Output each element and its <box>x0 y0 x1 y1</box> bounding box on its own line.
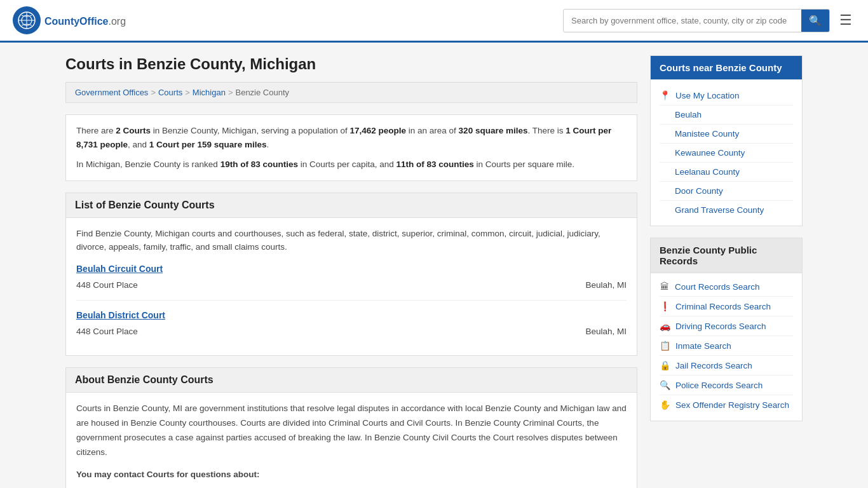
logo-icon <box>13 6 41 34</box>
location-pin-icon: 📍 <box>660 90 670 100</box>
leelanau-county-link[interactable]: Leelanau County <box>675 167 740 177</box>
grand-traverse-county-link[interactable]: Grand Traverse County <box>675 205 764 215</box>
breadcrumb-item-government-offices[interactable]: Government Offices <box>75 88 148 97</box>
criminal-records-search-link[interactable]: Criminal Records Search <box>675 302 771 311</box>
use-my-location-link[interactable]: Use My Location <box>675 91 740 100</box>
sidebar-nearby-header: Courts near Benzie County <box>651 56 802 79</box>
breadcrumb: Government Offices > Courts > Michigan >… <box>65 82 637 103</box>
sidebar-nearby-manistee[interactable]: Manistee County <box>660 125 793 144</box>
breadcrumb-sep-3: > <box>228 88 233 97</box>
logo[interactable]: CountyOffice.org <box>13 6 126 34</box>
menu-icon[interactable]: ☰ <box>836 9 855 32</box>
sidebar-records-inmate[interactable]: 📋 Inmate Search <box>660 336 793 356</box>
sidebar-records-driving[interactable]: 🚗 Driving Records Search <box>660 316 793 336</box>
search-input[interactable] <box>564 11 801 30</box>
jail-records-search-link[interactable]: Jail Records Search <box>675 361 752 370</box>
sidebar-nearby-body: 📍 Use My Location Beulah Manistee County… <box>651 79 802 226</box>
header-right: 🔍 ☰ <box>563 9 855 32</box>
main-content: Courts in Benzie County, Michigan Govern… <box>65 55 637 488</box>
court-records-icon: 🏛 <box>660 281 670 292</box>
door-county-link[interactable]: Door County <box>675 186 723 196</box>
sidebar-nearby-kewaunee[interactable]: Kewaunee County <box>660 144 793 163</box>
kewaunee-county-link[interactable]: Kewaunee County <box>675 148 745 158</box>
court-address-beulah-district: 448 Court Place <box>76 325 138 339</box>
court-city-beulah-district: Beulah, MI <box>585 325 627 339</box>
jail-records-icon: 🔒 <box>660 360 670 370</box>
about-paragraph: Courts in Benzie County, MI are governme… <box>76 402 627 460</box>
list-section-body: Find Benzie County, Michigan courts and … <box>65 217 637 356</box>
about-section-header: About Benzie County Courts <box>65 367 637 392</box>
sidebar-records-header: Benzie County Public Records <box>650 238 803 273</box>
breadcrumb-sep-2: > <box>185 88 190 97</box>
info-paragraph-1: There are 2 Courts in Benzie County, Mic… <box>76 124 627 151</box>
court-records-search-link[interactable]: Court Records Search <box>675 282 760 292</box>
beulah-link[interactable]: Beulah <box>675 110 702 119</box>
inmate-search-link[interactable]: Inmate Search <box>675 341 731 351</box>
sidebar-records-court[interactable]: 🏛 Court Records Search <box>660 277 793 297</box>
page-title: Courts in Benzie County, Michigan <box>65 55 637 73</box>
inmate-search-icon: 📋 <box>660 341 670 351</box>
breadcrumb-item-courts[interactable]: Courts <box>158 88 182 97</box>
search-bar: 🔍 <box>563 9 830 32</box>
sidebar-nearby-beulah[interactable]: Beulah <box>660 105 793 125</box>
court-item-beulah-circuit: Beulah Circuit Court 448 Court Place Beu… <box>76 254 627 301</box>
driving-records-icon: 🚗 <box>660 321 670 331</box>
beulah-district-court-link[interactable]: Beulah District Court <box>76 308 627 322</box>
sidebar: Courts near Benzie County 📍 Use My Locat… <box>650 55 803 488</box>
list-section-header: List of Benzie County Courts <box>65 193 637 217</box>
about-section: About Benzie County Courts Courts in Ben… <box>65 367 637 488</box>
list-description: Find Benzie County, Michigan courts and … <box>76 227 627 254</box>
sidebar-records-criminal[interactable]: ❗ Criminal Records Search <box>660 297 793 316</box>
beulah-circuit-court-link[interactable]: Beulah Circuit Court <box>76 262 627 276</box>
sidebar-records-section: Benzie County Public Records 🏛 Court Rec… <box>650 238 803 421</box>
sidebar-records-sex-offender[interactable]: ✋ Sex Offender Registry Search <box>660 395 793 414</box>
driving-records-search-link[interactable]: Driving Records Search <box>675 322 766 331</box>
sidebar-records-jail[interactable]: 🔒 Jail Records Search <box>660 356 793 376</box>
sex-offender-icon: ✋ <box>660 400 670 410</box>
sidebar-records-police[interactable]: 🔍 Police Records Search <box>660 376 793 395</box>
court-details-beulah-circuit: 448 Court Place Beulah, MI <box>76 278 627 292</box>
logo-wordmark: CountyOffice.org <box>44 13 126 28</box>
breadcrumb-sep-1: > <box>151 88 156 97</box>
police-records-search-link[interactable]: Police Records Search <box>675 381 763 390</box>
sidebar-nearby-card: Courts near Benzie County 📍 Use My Locat… <box>650 55 803 226</box>
sidebar-nearby-use-location[interactable]: 📍 Use My Location <box>660 86 793 105</box>
page-wrapper: Courts in Benzie County, Michigan Govern… <box>53 43 815 488</box>
police-records-icon: 🔍 <box>660 380 670 390</box>
site-header: CountyOffice.org 🔍 ☰ <box>0 0 868 43</box>
court-address-beulah-circuit: 448 Court Place <box>76 278 138 292</box>
search-button[interactable]: 🔍 <box>801 10 829 32</box>
sidebar-nearby-leelanau[interactable]: Leelanau County <box>660 163 793 182</box>
info-paragraph-2: In Michigan, Benzie County is ranked 19t… <box>76 158 627 172</box>
court-item-beulah-district: Beulah District Court 448 Court Place Be… <box>76 301 627 346</box>
sidebar-records-body: 🏛 Court Records Search ❗ Criminal Record… <box>650 273 803 421</box>
sex-offender-registry-search-link[interactable]: Sex Offender Registry Search <box>675 400 789 410</box>
breadcrumb-item-michigan[interactable]: Michigan <box>193 88 226 97</box>
manistee-county-link[interactable]: Manistee County <box>675 129 739 139</box>
contact-header-text: You may contact Courts for questions abo… <box>76 470 260 479</box>
contact-header: You may contact Courts for questions abo… <box>76 468 627 482</box>
criminal-records-icon: ❗ <box>660 301 670 311</box>
about-section-body: Courts in Benzie County, MI are governme… <box>65 392 637 488</box>
court-city-beulah-circuit: Beulah, MI <box>585 278 627 292</box>
info-section: There are 2 Courts in Benzie County, Mic… <box>65 114 637 181</box>
court-details-beulah-district: 448 Court Place Beulah, MI <box>76 325 627 339</box>
breadcrumb-item-benzie: Benzie County <box>235 88 289 97</box>
sidebar-nearby-door[interactable]: Door County <box>660 182 793 201</box>
list-section: List of Benzie County Courts Find Benzie… <box>65 193 637 356</box>
sidebar-nearby-grand-traverse[interactable]: Grand Traverse County <box>660 201 793 219</box>
